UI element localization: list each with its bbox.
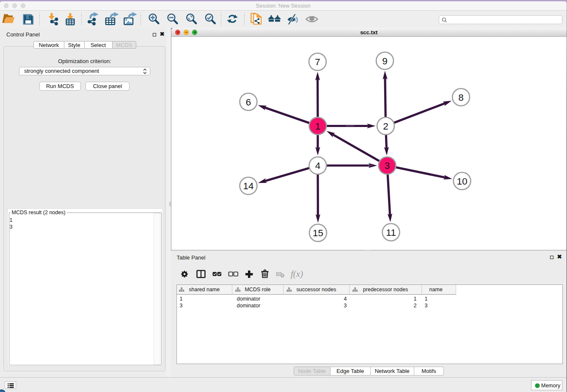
svg-text:15: 15 xyxy=(313,228,323,238)
svg-text:f(x): f(x) xyxy=(291,269,303,279)
svg-text:6: 6 xyxy=(246,97,251,108)
svg-text:14: 14 xyxy=(243,181,253,191)
svg-text:7: 7 xyxy=(315,57,320,67)
svg-text:8: 8 xyxy=(458,92,464,103)
svg-text:11: 11 xyxy=(386,227,396,238)
svg-text:9: 9 xyxy=(382,56,388,66)
svg-text:10: 10 xyxy=(457,176,467,187)
svg-text:4: 4 xyxy=(315,160,321,171)
svg-text:3: 3 xyxy=(385,160,390,171)
svg-text:2: 2 xyxy=(383,121,388,132)
svg-text:1: 1 xyxy=(315,121,321,132)
